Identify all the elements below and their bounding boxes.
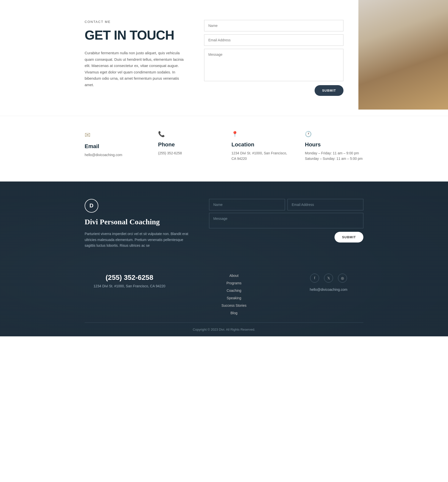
info-phone: 📞 Phone (255) 352-6258 <box>158 131 217 162</box>
footer-phone: (255) 352-6258 <box>85 274 174 282</box>
footer-description: Parturient viverra imperdiet orci vel et… <box>85 231 189 249</box>
info-hours: 🕐 Hours Monday – Friday: 11 am – 9:00 pm… <box>305 131 363 162</box>
contact-right: SUBMIT <box>204 20 363 96</box>
contact-image <box>358 0 448 110</box>
email-icon: ✉ <box>85 131 143 139</box>
nav-coaching[interactable]: Coaching <box>226 289 241 293</box>
location-value: 1234 Divi St. #1000, San Francisco, CA 9… <box>231 150 290 162</box>
nav-success-stories[interactable]: Success Stories <box>222 303 246 307</box>
contact-left: CONTACT ME GET IN TOUCH Curabitur fermen… <box>85 20 184 96</box>
footer-social: f 𝕏 ◎ hello@divicoaching.com <box>294 274 363 292</box>
footer-form-row <box>209 199 363 210</box>
footer-email-input[interactable] <box>287 199 363 210</box>
hours-value: Monday – Friday: 11 am – 9:00 pmSaturday… <box>305 150 363 162</box>
contact-form: SUBMIT <box>204 20 343 96</box>
footer-form: SUBMIT <box>209 199 363 242</box>
contact-description: Curabitur fermentum nulla non justo aliq… <box>85 50 184 88</box>
contact-name-input[interactable] <box>204 20 343 31</box>
footer-email: hello@divicoaching.com <box>310 288 347 292</box>
contact-image-bg <box>358 0 448 110</box>
footer-contact-info: (255) 352-6258 1234 Divi St. #1000, San … <box>85 274 174 288</box>
footer-right: SUBMIT <box>209 199 363 249</box>
footer-brand: Divi Personal Coaching <box>85 218 189 226</box>
info-email: ✉ Email hello@divicoaching.com <box>85 131 143 162</box>
contact-email-input[interactable] <box>204 34 343 46</box>
footer-nav: About Programs Coaching Speaking Success… <box>174 274 294 315</box>
footer-message-input[interactable] <box>209 213 363 228</box>
info-section: ✉ Email hello@divicoaching.com 📞 Phone (… <box>0 116 448 181</box>
contact-submit-button[interactable]: SUBMIT <box>315 85 343 96</box>
contact-label: CONTACT ME <box>85 20 184 24</box>
nav-speaking[interactable]: Speaking <box>227 296 241 300</box>
footer-copyright: Copyright © 2023 Divi. All Rights Reserv… <box>85 323 363 336</box>
social-icons: f 𝕏 ◎ <box>310 274 347 283</box>
footer-logo: D <box>85 199 98 213</box>
phone-title: Phone <box>158 141 217 148</box>
info-location: 📍 Location 1234 Divi St. #1000, San Fran… <box>231 131 290 162</box>
footer-left: D Divi Personal Coaching Parturient vive… <box>85 199 189 249</box>
footer-top: D Divi Personal Coaching Parturient vive… <box>85 199 363 249</box>
email-title: Email <box>85 143 143 150</box>
footer-bottom: (255) 352-6258 1234 Divi St. #1000, San … <box>85 264 363 322</box>
email-value: hello@divicoaching.com <box>85 152 143 158</box>
footer-submit-button[interactable]: SUBMIT <box>335 232 363 242</box>
footer-name-input[interactable] <box>209 199 285 210</box>
twitter-icon[interactable]: 𝕏 <box>324 274 333 283</box>
nav-about[interactable]: About <box>229 274 239 278</box>
contact-message-input[interactable] <box>204 49 343 81</box>
hours-title: Hours <box>305 141 363 148</box>
footer: D Divi Personal Coaching Parturient vive… <box>0 181 448 336</box>
nav-blog[interactable]: Blog <box>230 311 237 315</box>
nav-programs[interactable]: Programs <box>226 281 242 285</box>
contact-section: CONTACT ME GET IN TOUCH Curabitur fermen… <box>0 0 448 116</box>
hours-icon: 🕐 <box>305 131 363 137</box>
contact-title: GET IN TOUCH <box>85 28 184 42</box>
phone-value: (255) 352-6258 <box>158 150 217 156</box>
phone-icon: 📞 <box>158 131 217 137</box>
footer-address: 1234 Divi St. #1000, San Francisco, CA 9… <box>85 284 174 288</box>
facebook-icon[interactable]: f <box>310 274 319 283</box>
instagram-icon[interactable]: ◎ <box>338 274 347 283</box>
location-icon: 📍 <box>231 131 290 137</box>
location-title: Location <box>231 141 290 148</box>
